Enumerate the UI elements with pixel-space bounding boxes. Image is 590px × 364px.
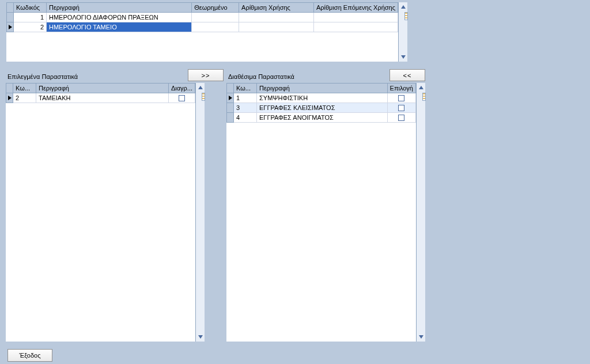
table-row[interactable]: 1ΣΥΜΨΗΦΙΣΤΙΚΗ xyxy=(227,93,416,103)
cell-checkbox[interactable] xyxy=(168,93,195,103)
cell-desc[interactable]: ΕΓΓΡΑΦΕΣ ΚΛΕΙΣΙΜΑΤΟΣ xyxy=(257,103,388,113)
checkbox-icon[interactable] xyxy=(398,105,404,111)
scroll-down-icon[interactable] xyxy=(399,52,408,62)
cell-desc[interactable]: ΣΥΜΨΗΦΙΣΤΙΚΗ xyxy=(257,93,388,103)
grid-edit-strip-icon xyxy=(422,93,426,101)
col-desc[interactable]: Περιγραφή xyxy=(47,3,192,13)
col-sel[interactable]: Επιλογή xyxy=(387,84,415,93)
available-grid-scrollbar[interactable] xyxy=(416,83,425,342)
scroll-down-icon[interactable] xyxy=(196,332,205,342)
selected-grid: Κω... Περιγραφή Διαγρ... 2ΤΑΜΕΙΑΚΗ xyxy=(6,83,205,342)
checkbox-icon[interactable] xyxy=(398,95,404,101)
col-desc[interactable]: Περιγραφή xyxy=(257,84,388,93)
exit-button[interactable]: Έξοδος xyxy=(7,349,52,362)
cell-desc[interactable]: ΗΜΕΡΟΛΟΓΙΟ ΔΙΑΦΟΡΩΝ ΠΡΑΞΕΩΝ xyxy=(47,13,192,22)
cell-empty[interactable] xyxy=(239,22,314,32)
cell-checkbox[interactable] xyxy=(387,103,415,113)
col-num-next[interactable]: Αρίθμιση Επόμενης Χρήσης xyxy=(313,3,398,13)
cell-desc[interactable]: ΕΓΓΡΑΦΕΣ ΑΝΟΙΓΜΑΤΟΣ xyxy=(257,113,388,123)
row-indicator xyxy=(7,22,14,32)
cell-code[interactable]: 2 xyxy=(13,93,36,103)
cell-empty[interactable] xyxy=(192,22,239,32)
available-grid: Κω... Περιγραφή Επιλογή 1ΣΥΜΨΗΦΙΣΤΙΚΗ3ΕΓ… xyxy=(226,83,425,342)
row-indicator xyxy=(227,103,234,113)
available-grid-table[interactable]: Κω... Περιγραφή Επιλογή 1ΣΥΜΨΗΦΙΣΤΙΚΗ3ΕΓ… xyxy=(226,83,416,123)
grid-edit-strip-icon xyxy=(202,93,205,101)
cell-desc[interactable]: ΤΑΜΕΙΑΚΗ xyxy=(36,93,169,103)
grid-edit-strip-icon xyxy=(404,12,408,20)
row-indicator xyxy=(7,13,14,22)
row-indicator xyxy=(227,113,234,123)
table-row[interactable]: 2ΤΑΜΕΙΑΚΗ xyxy=(6,93,195,103)
selected-label: Επιλεγμένα Παραστατικά xyxy=(7,73,78,80)
current-row-marker-icon xyxy=(8,96,12,100)
move-right-button[interactable]: >> xyxy=(188,69,224,81)
available-label: Διαθέσιμα Παραστατικά xyxy=(228,73,294,80)
checkbox-icon[interactable] xyxy=(398,115,404,121)
cell-empty[interactable] xyxy=(313,22,398,32)
corner-header xyxy=(7,3,14,13)
cell-checkbox[interactable] xyxy=(387,93,415,103)
top-grid: Κωδικός Περιγραφή Θεωρημένο Αρίθμιση Χρή… xyxy=(6,2,408,62)
col-desc[interactable]: Περιγραφή xyxy=(36,84,169,93)
cell-checkbox[interactable] xyxy=(387,113,415,123)
cell-code[interactable]: 3 xyxy=(234,103,257,113)
cell-empty[interactable] xyxy=(313,13,398,22)
cell-desc[interactable]: ΗΜΕΡΟΛΟΓΙΟ ΤΑΜΕΙΟ xyxy=(47,22,192,32)
checkbox-icon[interactable] xyxy=(179,95,185,101)
corner-header xyxy=(6,84,13,93)
table-row[interactable]: 2ΗΜΕΡΟΛΟΓΙΟ ΤΑΜΕΙΟ xyxy=(7,22,398,32)
corner-header xyxy=(227,84,234,93)
cell-empty[interactable] xyxy=(239,13,314,22)
current-row-marker-icon xyxy=(9,25,12,29)
selected-grid-table[interactable]: Κω... Περιγραφή Διαγρ... 2ΤΑΜΕΙΑΚΗ xyxy=(6,83,195,103)
cell-code[interactable]: 2 xyxy=(14,22,47,32)
scroll-up-icon[interactable] xyxy=(417,83,426,92)
col-del[interactable]: Διαγρ... xyxy=(168,84,195,93)
current-row-marker-icon xyxy=(229,96,232,100)
scroll-up-icon[interactable] xyxy=(196,83,205,92)
table-row[interactable]: 3ΕΓΓΡΑΦΕΣ ΚΛΕΙΣΙΜΑΤΟΣ xyxy=(227,103,416,113)
row-indicator xyxy=(227,93,234,103)
table-row[interactable]: 4ΕΓΓΡΑΦΕΣ ΑΝΟΙΓΜΑΤΟΣ xyxy=(227,113,416,123)
cell-code[interactable]: 1 xyxy=(234,93,257,103)
col-theor[interactable]: Θεωρημένο xyxy=(192,3,239,13)
col-code[interactable]: Κω... xyxy=(234,84,257,93)
selected-grid-scrollbar[interactable] xyxy=(195,83,205,342)
col-code[interactable]: Κω... xyxy=(13,84,36,93)
cell-code[interactable]: 4 xyxy=(234,113,257,123)
top-grid-table[interactable]: Κωδικός Περιγραφή Θεωρημένο Αρίθμιση Χρή… xyxy=(6,2,398,32)
cell-empty[interactable] xyxy=(192,13,239,22)
scroll-down-icon[interactable] xyxy=(417,332,426,342)
col-code[interactable]: Κωδικός xyxy=(14,3,47,13)
cell-code[interactable]: 1 xyxy=(14,13,47,22)
col-num-use[interactable]: Αρίθμιση Χρήσης xyxy=(239,3,314,13)
top-grid-scrollbar[interactable] xyxy=(398,2,407,62)
table-row[interactable]: 1ΗΜΕΡΟΛΟΓΙΟ ΔΙΑΦΟΡΩΝ ΠΡΑΞΕΩΝ xyxy=(7,13,398,22)
move-left-button[interactable]: << xyxy=(389,69,425,81)
row-indicator xyxy=(6,93,13,103)
scroll-up-icon[interactable] xyxy=(399,2,408,12)
